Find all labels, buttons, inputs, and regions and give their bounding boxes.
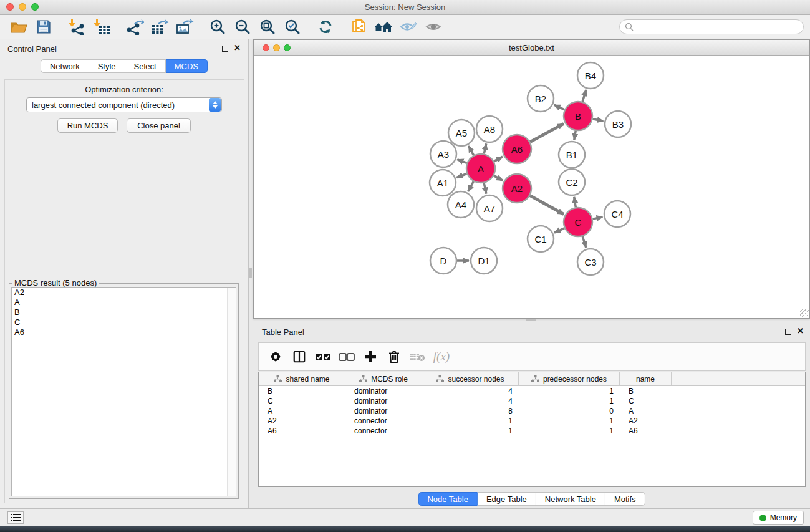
edge-C-C4[interactable] xyxy=(593,217,603,219)
edge-B-B1[interactable] xyxy=(574,131,576,140)
show-panel-button[interactable] xyxy=(421,17,446,37)
node-B[interactable]: B xyxy=(564,102,592,130)
export-table-button[interactable] xyxy=(147,17,172,37)
edge-A-A3[interactable] xyxy=(457,160,466,163)
zoom-fit-button[interactable] xyxy=(255,17,280,37)
table-row[interactable]: Cdominator41C xyxy=(259,396,805,406)
tab-mcds[interactable]: MCDS xyxy=(166,59,208,73)
tab-edge-table[interactable]: Edge Table xyxy=(478,492,536,506)
table-row[interactable]: A6connector11A6 xyxy=(259,426,805,436)
import-network-button[interactable] xyxy=(64,17,89,37)
node-C[interactable]: C xyxy=(564,208,592,236)
mcds-result-list[interactable]: A2ABCA6 xyxy=(11,287,236,496)
node-A1[interactable]: A1 xyxy=(430,170,456,196)
node-B4[interactable]: B4 xyxy=(577,62,604,89)
tab-node-table[interactable]: Node Table xyxy=(418,492,478,506)
tab-network-table[interactable]: Network Table xyxy=(536,492,605,506)
node-C3[interactable]: C3 xyxy=(577,249,604,275)
edge-A2-C[interactable] xyxy=(530,196,564,215)
close-window-button[interactable] xyxy=(6,3,14,11)
refresh-button[interactable] xyxy=(313,17,338,37)
edge-C-C2[interactable] xyxy=(574,197,576,208)
zoom-selected-button[interactable] xyxy=(280,17,305,37)
node-A6[interactable]: A6 xyxy=(503,135,531,163)
export-image-button[interactable] xyxy=(172,17,197,37)
delete-button[interactable] xyxy=(383,346,405,367)
edge-A-A7[interactable] xyxy=(484,183,486,193)
splitter-handle-horizontal[interactable] xyxy=(526,319,536,321)
zoom-out-button[interactable] xyxy=(230,17,255,37)
gear-button[interactable] xyxy=(265,346,286,367)
open-session-button[interactable] xyxy=(6,17,31,37)
add-column-button[interactable] xyxy=(360,346,381,367)
close-panel-icon[interactable]: ✕ xyxy=(234,44,241,52)
table-row[interactable]: Bdominator41B xyxy=(259,386,805,396)
edge-B-B4[interactable] xyxy=(582,90,586,102)
zoom-in-button[interactable] xyxy=(205,17,230,37)
column-header-predecessor-nodes[interactable]: predecessor nodes xyxy=(519,372,620,385)
zoom-window-button[interactable] xyxy=(31,3,39,11)
node-D[interactable]: D xyxy=(430,248,456,274)
zoom-view-button[interactable] xyxy=(284,44,291,51)
column-header-shared-name[interactable]: shared name xyxy=(259,372,345,385)
float-panel-icon[interactable] xyxy=(222,46,228,52)
node-A2[interactable]: A2 xyxy=(503,174,531,203)
edge-B-B3[interactable] xyxy=(593,119,604,121)
hide-panel-button[interactable] xyxy=(396,17,421,37)
save-session-button[interactable] xyxy=(31,17,56,37)
node-A5[interactable]: A5 xyxy=(448,120,475,146)
result-item[interactable]: B xyxy=(12,307,236,317)
deselect-all-button[interactable] xyxy=(336,346,357,367)
tab-network[interactable]: Network xyxy=(41,59,89,73)
import-table-button[interactable] xyxy=(89,17,114,37)
edge-B-B2[interactable] xyxy=(554,105,565,110)
node-B2[interactable]: B2 xyxy=(528,85,554,112)
result-item[interactable]: C xyxy=(12,317,236,327)
select-all-button[interactable] xyxy=(312,346,334,367)
node-A[interactable]: A xyxy=(466,154,495,183)
table-row[interactable]: Adominator80A xyxy=(259,406,805,416)
edge-A-A5[interactable] xyxy=(469,146,474,155)
node-C4[interactable]: C4 xyxy=(604,201,630,227)
edge-A-A2[interactable] xyxy=(494,176,503,181)
edge-A-A6[interactable] xyxy=(494,157,503,161)
edge-C-C3[interactable] xyxy=(582,236,586,248)
export-network-button[interactable] xyxy=(122,17,147,37)
edge-A-A8[interactable] xyxy=(484,143,486,153)
node-B1[interactable]: B1 xyxy=(559,142,585,168)
result-item[interactable]: A6 xyxy=(12,327,236,337)
column-header-MCDS-role[interactable]: MCDS role xyxy=(345,372,422,385)
table-row[interactable]: A2connector11A2 xyxy=(259,416,805,426)
node-A3[interactable]: A3 xyxy=(430,141,456,167)
edge-A6-B[interactable] xyxy=(530,123,564,142)
columns-button[interactable] xyxy=(289,346,310,367)
node-A4[interactable]: A4 xyxy=(448,191,474,218)
edge-A-A1[interactable] xyxy=(457,174,467,178)
splitter-handle-vertical[interactable] xyxy=(249,268,252,278)
search-field[interactable] xyxy=(619,19,804,34)
network-graph[interactable]: B4 B2 B B3 A8 A5 A6 A3 B1 A A1 C2 A2 xyxy=(254,56,809,318)
edge-A-A4[interactable] xyxy=(468,181,474,191)
node-A8[interactable]: A8 xyxy=(476,116,503,142)
function-builder-button[interactable]: f(x) xyxy=(431,346,452,367)
criterion-select[interactable]: largest connected component (directed) xyxy=(26,97,222,112)
node-B3[interactable]: B3 xyxy=(605,111,631,137)
edge-C-C1[interactable] xyxy=(554,228,564,233)
node-C1[interactable]: C1 xyxy=(528,226,554,252)
result-item[interactable]: A2 xyxy=(12,288,236,297)
close-panel-button[interactable]: Close panel xyxy=(127,118,191,133)
memory-button[interactable]: Memory xyxy=(753,511,804,525)
minimize-view-button[interactable] xyxy=(273,44,280,51)
node-D1[interactable]: D1 xyxy=(471,248,497,274)
close-view-button[interactable] xyxy=(263,44,269,51)
tab-style[interactable]: Style xyxy=(89,59,125,73)
delete-table-button[interactable] xyxy=(407,346,428,367)
network-file-button[interactable] xyxy=(346,17,371,37)
home-button[interactable] xyxy=(371,17,396,37)
minimize-window-button[interactable] xyxy=(19,3,26,11)
tab-motifs[interactable]: Motifs xyxy=(605,492,645,506)
task-history-button[interactable] xyxy=(7,511,24,524)
resize-grip[interactable] xyxy=(800,309,809,317)
node-A7[interactable]: A7 xyxy=(476,195,503,221)
tab-select[interactable]: Select xyxy=(125,59,166,73)
